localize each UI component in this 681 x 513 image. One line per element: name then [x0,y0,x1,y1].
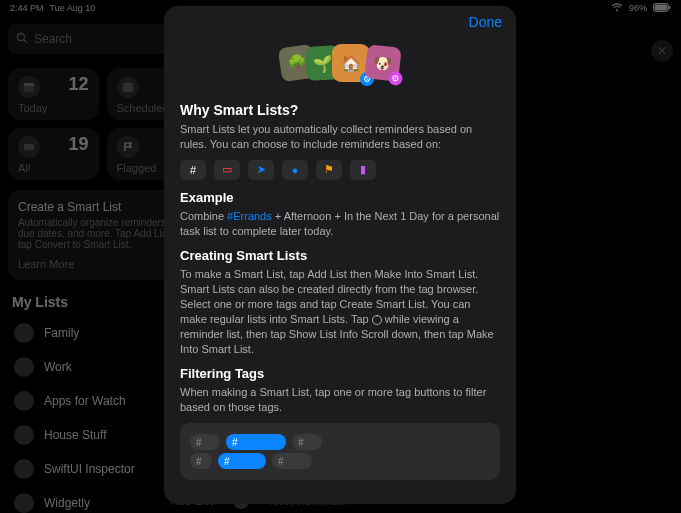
hero-illustration: 🌳 🌱 🏠⚙ 🐶⚙ [180,42,500,90]
hero-icon-pet: 🐶⚙ [364,44,401,81]
heading-why: Why Smart Lists? [180,102,500,118]
gear-badge-icon: ⚙ [388,71,403,86]
paragraph-creating: To make a Smart List, tap Add List then … [180,267,500,356]
chip-location-icon: ➤ [248,160,274,180]
tag-pill [190,453,212,469]
tag-pill-active [218,453,266,469]
screen: 2:44 PM Tue Aug 10 96% ••• Search [0,0,681,513]
chip-flag-icon: ⚑ [316,160,342,180]
chip-date-icon: ▭ [214,160,240,180]
tag-pill [292,434,322,450]
paragraph-filtering: When making a Smart List, tap one or mor… [180,385,500,415]
tag-pill [272,453,312,469]
tag-pill-active [226,434,286,450]
paragraph-example: Combine #Errands + Afternoon + In the Ne… [180,209,500,239]
chip-tag-icon: # [180,160,206,180]
hero-icon-home: 🏠⚙ [332,44,370,82]
ellipsis-circle-icon [372,315,382,325]
tag-filter-illustration [180,423,500,480]
heading-example: Example [180,190,500,205]
tag-pill [190,434,220,450]
chip-messaging-icon: ● [282,160,308,180]
chip-priority-icon: ▮ [350,160,376,180]
errands-tag-link[interactable]: #Errands [227,210,272,222]
heading-creating: Creating Smart Lists [180,248,500,263]
paragraph-why: Smart Lists let you automatically collec… [180,122,500,152]
rule-type-chips: # ▭ ➤ ● ⚑ ▮ [180,160,500,180]
heading-filtering: Filtering Tags [180,366,500,381]
text: Combine [180,210,227,222]
smart-lists-help-modal: Done 🌳 🌱 🏠⚙ 🐶⚙ Why Smart Lists? Smart Li… [164,6,516,504]
done-button[interactable]: Done [469,14,502,30]
